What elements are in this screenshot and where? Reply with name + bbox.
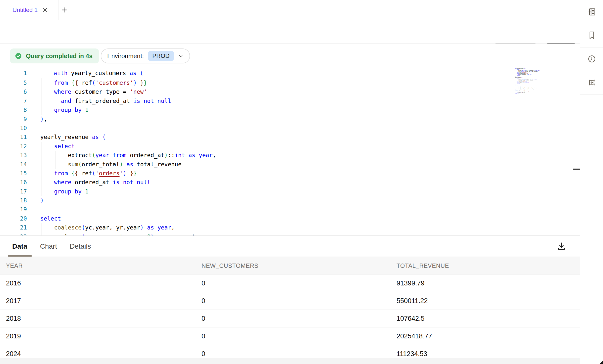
tab-untitled-1[interactable]: Untitled 1 (0, 0, 58, 20)
table-cell: 91399.79 (397, 274, 425, 292)
column-header[interactable]: TOTAL_REVENUE (397, 257, 449, 274)
bookmark-icon[interactable] (587, 31, 596, 40)
table-cell: 2019 (6, 327, 21, 345)
environment-label: Environment: (107, 52, 144, 60)
line-number: 11 (0, 133, 27, 141)
line-number: 21 (0, 223, 27, 232)
sidebar-divider (580, 23, 603, 23)
code-line[interactable]: 10 (0, 124, 562, 133)
table-row[interactable]: 20170550011.22 (0, 292, 580, 310)
download-icon[interactable] (556, 241, 567, 252)
code-line[interactable]: 18) (0, 196, 562, 205)
line-number: 14 (0, 160, 27, 169)
table-row[interactable]: 2016091399.79 (0, 274, 580, 292)
tab-bar: Untitled 1 (0, 0, 580, 20)
sidebar-divider (580, 47, 603, 47)
tab-data[interactable]: Data (12, 242, 27, 250)
code-line[interactable]: 16 where ordered_at is not null (0, 178, 562, 187)
table-cell: 2025418.77 (397, 327, 432, 345)
code-line[interactable]: 14 sum(order_total) as total_revenue (0, 160, 562, 169)
tab-details[interactable]: Details (70, 242, 91, 250)
environment-badge: PROD (148, 51, 174, 61)
table-cell: 550011.22 (397, 292, 428, 310)
line-number: 20 (0, 214, 27, 223)
table-body: 2016091399.7920170550011.2220180107642.5… (0, 274, 580, 364)
line-number: 17 (0, 187, 27, 196)
tab-label: Untitled 1 (12, 6, 38, 13)
environment-selector[interactable]: Environment: PROD (101, 48, 190, 63)
table-cell: 2017 (6, 292, 21, 310)
table-cell: 0 (201, 310, 205, 327)
line-number: 6 (0, 87, 27, 96)
code-line[interactable]: 19 (0, 205, 562, 214)
code-line[interactable]: 6 where customer_type = 'new' (0, 87, 562, 96)
line-number: 18 (0, 196, 27, 205)
table-row[interactable]: 201902025418.77 (0, 327, 580, 345)
status-row: Query completed in 4s Environment: PROD (0, 44, 580, 68)
new-tab-button[interactable] (60, 6, 68, 14)
query-status-text: Query completed in 4s (26, 52, 93, 60)
scrollbar-handle[interactable] (573, 169, 580, 170)
code-line[interactable]: 21 coalesce(yc.year, yr.year) as year, (0, 223, 562, 232)
close-icon[interactable] (42, 7, 48, 13)
minimap-line: order by 1 (515, 93, 552, 94)
line-number: 13 (0, 151, 27, 160)
sidebar-divider (580, 71, 603, 71)
code-line[interactable]: 11yearly_revenue as ( (0, 133, 562, 141)
code-line[interactable]: 13 extract(year from ordered_at)::int as… (0, 151, 562, 160)
table-cell: 0 (201, 274, 205, 292)
active-tab-indicator (8, 255, 32, 257)
table-cell: 0 (201, 292, 205, 310)
column-header[interactable]: YEAR (6, 257, 23, 274)
line-number: 10 (0, 124, 27, 133)
results-panel: DataChartDetails YEARNEW_CUSTOMERSTOTAL_… (0, 235, 580, 364)
code-editor[interactable]: 5 from {{ ref('customers') }}6 where cus… (0, 68, 580, 235)
code-line[interactable]: 5 from {{ ref('customers') }} (0, 78, 562, 87)
minimap[interactable]: with yearly_customers as ( select extrac… (515, 68, 552, 94)
table-row[interactable]: 20180107642.5 (0, 310, 580, 327)
code-line[interactable]: 17 group by 1 (0, 187, 562, 196)
tab-chart[interactable]: Chart (40, 242, 57, 250)
line-number: 8 (0, 105, 27, 114)
code-line[interactable]: 9), (0, 115, 562, 124)
table-cell: 2016 (6, 274, 21, 292)
compass-icon[interactable] (587, 78, 596, 87)
table-cell: 0 (201, 327, 205, 345)
line-number: 15 (0, 169, 27, 178)
column-header[interactable]: NEW_CUSTOMERS (201, 257, 258, 274)
sticky-line-code: with yearly_customers as ( (40, 68, 513, 78)
line-number: 9 (0, 115, 27, 124)
line-number: 7 (0, 96, 27, 105)
right-sidebar (580, 0, 603, 364)
code-line[interactable]: 7 and first_ordered_at is not null (0, 96, 562, 105)
sidebar-divider (580, 94, 603, 95)
sticky-line: 1 with yearly_customers as ( (0, 68, 513, 78)
line-number: 22 (0, 232, 27, 235)
table-header-row: YEARNEW_CUSTOMERSTOTAL_REVENUE (0, 257, 580, 274)
clock-icon[interactable] (587, 54, 596, 63)
code-line[interactable]: 12 select (0, 142, 562, 151)
code-line[interactable]: 20select (0, 214, 562, 223)
notebook-icon[interactable] (587, 7, 596, 16)
code-line[interactable]: 22 coalesce(yc.new_customers, 0) as new_… (0, 232, 562, 235)
check-circle-icon (14, 52, 22, 60)
line-number: 12 (0, 142, 27, 151)
table-cell: 107642.5 (397, 310, 425, 327)
code-line[interactable]: 8 group by 1 (0, 105, 562, 114)
code-body[interactable]: 5 from {{ ref('customers') }}6 where cus… (0, 78, 562, 235)
sticky-line-number: 1 (0, 68, 27, 78)
query-status-pill: Query completed in 4s (10, 48, 99, 63)
line-number: 5 (0, 78, 27, 87)
table-cell: 2018 (6, 310, 21, 327)
resize-corner[interactable] (600, 361, 603, 364)
app-window: Untitled 1 Develop Run (0, 0, 603, 364)
line-number: 16 (0, 178, 27, 187)
chevron-down-icon (178, 53, 184, 59)
toolbar: Develop Run (0, 20, 580, 44)
results-tabs-row: DataChartDetails (0, 236, 580, 257)
horizontal-scrollbar-track[interactable] (0, 359, 580, 364)
code-line[interactable]: 15 from {{ ref('orders') }} (0, 169, 562, 178)
line-number: 19 (0, 205, 27, 214)
